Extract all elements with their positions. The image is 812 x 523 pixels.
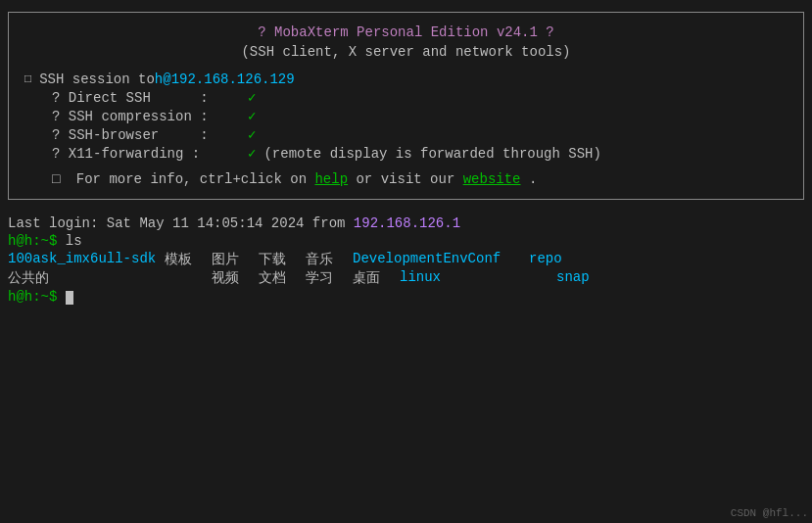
x11-label: ? X11-forwarding :: [52, 146, 248, 162]
browser-line: ? SSH-browser : ✓: [52, 126, 788, 143]
compression-check: ✓: [248, 108, 256, 124]
ls-item-gonggong: 公共的: [8, 269, 165, 287]
x11-check: ✓: [248, 145, 256, 162]
ls-item-xiazai: 下载: [259, 251, 306, 268]
features: ? Direct SSH : ✓ ? SSH compression : ✓ ?…: [52, 89, 788, 162]
direct-ssh-line: ? Direct SSH : ✓: [52, 89, 788, 106]
help-link[interactable]: help: [314, 171, 348, 187]
footer-prefix: For more info, ctrl+click on: [76, 171, 315, 187]
ls-item-yinyue: 音乐: [306, 251, 353, 268]
square-icon: □: [24, 72, 31, 86]
ls-item-100ask: 100ask_imx6ull-sdk: [8, 251, 165, 268]
browser-check: ✓: [248, 126, 256, 143]
cmd-1: ls: [66, 233, 82, 249]
info-title: ? MobaXterm Personal Edition v24.1 ?: [24, 24, 788, 40]
info-subtitle: (SSH client, X server and network tools): [24, 44, 788, 60]
ls-item-empty1: [165, 269, 212, 287]
x11-line: ? X11-forwarding : ✓ (remote display is …: [52, 145, 788, 162]
direct-ssh-label: ? Direct SSH :: [52, 90, 248, 106]
compression-label: ? SSH compression :: [52, 109, 248, 124]
ls-item-wendang: 文档: [259, 269, 306, 287]
ls-row-2: 公共的 视频 文档 学习 桌面 linux snap: [8, 269, 804, 287]
ls-item-devconf: DevelopmentEnvConf: [353, 251, 529, 268]
cmd-line-1: h@h:~$ ls: [8, 233, 804, 249]
compression-line: ? SSH compression : ✓: [52, 108, 788, 124]
ls-item-muban: 模板: [165, 251, 212, 268]
ls-item-xuexi: 学习: [306, 269, 353, 287]
browser-label: ? SSH-browser :: [52, 127, 248, 143]
ls-item-shipin: 视频: [212, 269, 259, 287]
ls-item-linux: linux: [400, 269, 478, 287]
website-link[interactable]: website: [463, 171, 521, 187]
ls-item-empty2: [478, 269, 556, 287]
info-footer: □ For more info, ctrl+click on help or v…: [52, 171, 788, 187]
prompt-1: h@h:~$: [8, 233, 66, 249]
square-icon2: □: [52, 171, 60, 187]
ls-item-tupian: 图片: [212, 251, 259, 268]
cursor: [66, 291, 73, 305]
info-box: ? MobaXterm Personal Edition v24.1 ? (SS…: [8, 12, 804, 200]
last-login-text: Last login: Sat May 11 14:05:14 2024 fro…: [8, 215, 354, 231]
session-line: □ SSH session to h@192.168.126.129: [24, 71, 788, 87]
ls-item-zhuomian: 桌面: [353, 269, 400, 287]
session-host: h@192.168.126.129: [155, 71, 295, 87]
footer-suffix: .: [529, 171, 537, 187]
last-login-ip: 192.168.126.1: [354, 215, 460, 231]
ls-item-snap: snap: [556, 269, 590, 287]
last-login-line: Last login: Sat May 11 14:05:14 2024 fro…: [8, 215, 804, 231]
watermark: CSDN @hfl...: [731, 507, 808, 519]
ls-output: 100ask_imx6ull-sdk 模板 图片 下载 音乐 Developme…: [8, 251, 804, 287]
cmd-line-2: h@h:~$: [8, 289, 804, 305]
prompt-2: h@h:~$: [8, 289, 66, 305]
session-label: SSH session to: [39, 71, 155, 87]
terminal: ? MobaXterm Personal Edition v24.1 ? (SS…: [0, 0, 812, 523]
footer-mid: or visit our: [356, 171, 462, 187]
ls-row-1: 100ask_imx6ull-sdk 模板 图片 下载 音乐 Developme…: [8, 251, 804, 268]
direct-ssh-check: ✓: [248, 89, 256, 106]
ls-item-repo: repo: [529, 251, 562, 268]
x11-note: (remote display is forwarded through SSH…: [263, 146, 600, 162]
